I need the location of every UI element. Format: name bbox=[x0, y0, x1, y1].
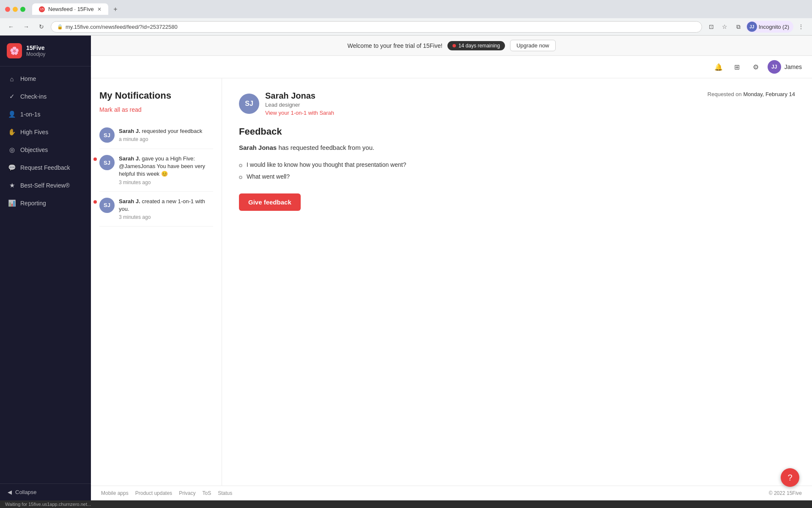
sidebar-item-reporting[interactable]: 📊 Reporting bbox=[0, 194, 91, 212]
maximize-window-btn[interactable] bbox=[20, 7, 25, 12]
menu-icon[interactable]: ⋮ bbox=[795, 21, 807, 33]
feedback-intro-text: has requested feedback from you. bbox=[277, 144, 374, 151]
notif-sender: Sarah J. bbox=[119, 128, 140, 134]
bullet-icon bbox=[239, 176, 242, 179]
feedback-question-2: What went well? bbox=[239, 173, 795, 180]
collapse-label: Collapse bbox=[15, 489, 37, 495]
1on1-icon: 👤 bbox=[8, 110, 16, 119]
reporting-icon: 📊 bbox=[8, 199, 16, 207]
sidebar-item-check-ins[interactable]: ✓ Check-ins bbox=[0, 88, 91, 105]
mark-all-read-link[interactable]: Mark all as read bbox=[99, 106, 213, 113]
minimize-window-btn[interactable] bbox=[13, 7, 18, 12]
feedback-request-intro: Sarah Jonas has requested feedback from … bbox=[239, 144, 795, 151]
main-content: Welcome to your free trial of 15Five! 14… bbox=[91, 36, 812, 500]
tab-favicon: 15 bbox=[39, 6, 45, 12]
address-bar[interactable]: 🔒 my.15five.com/newsfeed/feed/?id=253722… bbox=[51, 21, 702, 33]
grid-view-icon[interactable]: ⊞ bbox=[730, 60, 744, 74]
extensions-icon[interactable]: ⧉ bbox=[732, 21, 744, 33]
upgrade-now-button[interactable]: Upgrade now bbox=[510, 40, 555, 51]
url-text: my.15five.com/newsfeed/feed/?id=25372258… bbox=[66, 24, 178, 30]
user-avatar: JJ bbox=[768, 60, 781, 74]
trial-banner: Welcome to your free trial of 15Five! 14… bbox=[91, 36, 812, 56]
notif-avatar: SJ bbox=[99, 127, 115, 143]
notif-time: 3 minutes ago bbox=[119, 179, 213, 185]
sidebar-item-label: 1-on-1s bbox=[20, 111, 40, 118]
forward-button[interactable]: → bbox=[20, 21, 32, 33]
profile-label: Incognito (2) bbox=[759, 24, 789, 30]
request-feedback-icon: 💬 bbox=[8, 163, 16, 172]
toolbar-actions: ⊡ ☆ ⧉ JJ Incognito (2) ⋮ bbox=[705, 21, 807, 33]
trial-text: Welcome to your free trial of 15Five! bbox=[348, 42, 443, 49]
sidebar-collapse[interactable]: ◀ Collapse bbox=[0, 483, 91, 500]
footer-copyright: © 2022 15Five bbox=[769, 490, 802, 496]
notif-time: a minute ago bbox=[119, 136, 213, 142]
notif-time: 3 minutes ago bbox=[119, 214, 213, 220]
back-button[interactable]: ← bbox=[5, 21, 17, 33]
sidebar-item-label: Request Feedback bbox=[20, 164, 70, 171]
notification-item[interactable]: SJ Sarah J. created a new 1-on-1 with yo… bbox=[99, 192, 213, 226]
footer-tos[interactable]: ToS bbox=[202, 490, 211, 496]
notif-sender: Sarah J. bbox=[119, 155, 140, 162]
notifications-panel: My Notifications Mark all as read SJ Sar… bbox=[91, 78, 222, 486]
bullet-icon bbox=[239, 164, 242, 167]
person-title: Lead designer bbox=[265, 102, 334, 108]
sidebar-item-label: Reporting bbox=[20, 200, 46, 207]
notif-content: Sarah J. requested your feedback a minut… bbox=[119, 127, 213, 142]
footer-product-updates[interactable]: Product updates bbox=[135, 490, 172, 496]
sidebar-item-1on1s[interactable]: 👤 1-on-1s bbox=[0, 105, 91, 123]
notif-text: Sarah J. gave you a High Five: @JamesJon… bbox=[119, 155, 213, 178]
notif-avatar: SJ bbox=[99, 155, 115, 170]
trial-days-label: 14 days remaining bbox=[458, 43, 500, 49]
footer-mobile-apps[interactable]: Mobile apps bbox=[101, 490, 129, 496]
footer-privacy[interactable]: Privacy bbox=[179, 490, 195, 496]
bookmark-icon[interactable]: ☆ bbox=[719, 21, 731, 33]
settings-icon[interactable]: ⚙ bbox=[749, 60, 763, 74]
notif-text: Sarah J. created a new 1-on-1 with you. bbox=[119, 198, 213, 213]
notification-item[interactable]: SJ Sarah J. requested your feedback a mi… bbox=[99, 121, 213, 149]
person-avatar: SJ bbox=[239, 94, 259, 114]
requested-date: Monday, February 14 bbox=[743, 91, 795, 97]
person-1on1-link[interactable]: View your 1-on-1 with Sarah bbox=[265, 110, 334, 116]
sidebar-brand: 🌸 15Five Moodjoy bbox=[0, 36, 91, 66]
feedback-section-title: Feedback bbox=[239, 126, 795, 137]
trial-days-badge: 14 days remaining bbox=[447, 41, 505, 50]
reload-button[interactable]: ↻ bbox=[36, 21, 47, 33]
footer-status[interactable]: Status bbox=[218, 490, 232, 496]
tab-close-btn[interactable]: ✕ bbox=[97, 6, 102, 12]
footer-links: Mobile apps Product updates Privacy ToS … bbox=[101, 490, 232, 496]
notif-content: Sarah J. created a new 1-on-1 with you. … bbox=[119, 198, 213, 220]
sidebar-item-label: High Fives bbox=[20, 129, 48, 135]
sidebar-item-label: Objectives bbox=[20, 146, 48, 153]
sidebar-item-home[interactable]: ⌂ Home bbox=[0, 70, 91, 88]
sidebar-item-best-self-review[interactable]: ★ Best-Self Review® bbox=[0, 177, 91, 194]
browser-toolbar: ← → ↻ 🔒 my.15five.com/newsfeed/feed/?id=… bbox=[0, 18, 812, 36]
sidebar-nav: ⌂ Home ✓ Check-ins 👤 1-on-1s ✋ High Five… bbox=[0, 66, 91, 483]
person-details: Sarah Jonas Lead designer View your 1-on… bbox=[265, 91, 334, 116]
brand-sub: Moodjoy bbox=[26, 51, 45, 57]
requested-label: Requested on bbox=[708, 91, 742, 97]
status-text: Waiting for 15five.us1app.churnzero.net.… bbox=[5, 502, 91, 507]
active-tab[interactable]: 15 Newsfeed · 15Five ✕ bbox=[32, 3, 108, 15]
best-self-icon: ★ bbox=[8, 181, 16, 190]
sidebar-item-request-feedback[interactable]: 💬 Request Feedback bbox=[0, 159, 91, 177]
sidebar-item-label: Check-ins bbox=[20, 93, 47, 100]
app-footer: Mobile apps Product updates Privacy ToS … bbox=[91, 486, 812, 500]
notif-message: requested your feedback bbox=[142, 128, 202, 134]
trial-dot bbox=[453, 44, 456, 47]
sidebar: 🌸 15Five Moodjoy ⌂ Home ✓ Check-ins 👤 1-… bbox=[0, 36, 91, 500]
cast-icon[interactable]: ⊡ bbox=[705, 21, 717, 33]
person-name: Sarah Jonas bbox=[265, 91, 334, 101]
sidebar-item-label: Best-Self Review® bbox=[20, 182, 70, 189]
help-button[interactable]: ? bbox=[781, 468, 799, 487]
detail-panel: SJ Sarah Jonas Lead designer View your 1… bbox=[222, 78, 812, 486]
collapse-arrow-icon: ◀ bbox=[8, 489, 12, 495]
give-feedback-button[interactable]: Give feedback bbox=[239, 193, 301, 211]
new-tab-button[interactable]: + bbox=[110, 4, 121, 15]
profile-button[interactable]: JJ Incognito (2) bbox=[746, 21, 793, 33]
browser-chrome: 15 Newsfeed · 15Five ✕ + ← → ↻ 🔒 my.15fi… bbox=[0, 0, 812, 36]
close-window-btn[interactable] bbox=[5, 7, 10, 12]
sidebar-item-objectives[interactable]: ◎ Objectives bbox=[0, 141, 91, 159]
notification-bell-icon[interactable]: 🔔 bbox=[712, 60, 725, 74]
sidebar-item-high-fives[interactable]: ✋ High Fives bbox=[0, 123, 91, 141]
notification-item[interactable]: SJ Sarah J. gave you a High Five: @James… bbox=[99, 149, 213, 192]
